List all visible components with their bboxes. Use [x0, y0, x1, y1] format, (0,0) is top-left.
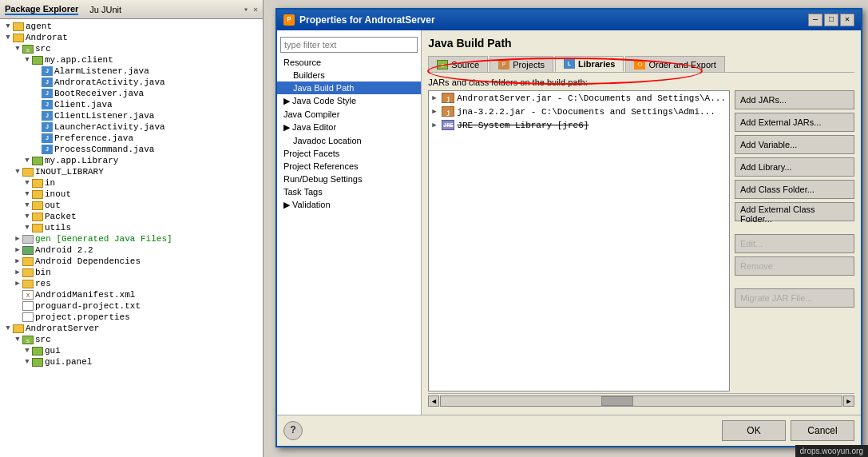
minimize-button[interactable]: —: [808, 14, 822, 26]
expand-icon[interactable]: [32, 111, 42, 121]
remove-button[interactable]: Remove: [735, 256, 854, 276]
ok-button[interactable]: OK: [722, 420, 786, 441]
nav-item-java-compiler[interactable]: Java Compiler: [277, 108, 421, 121]
close-button[interactable]: ✕: [840, 14, 854, 26]
expand-icon[interactable]: [32, 133, 42, 143]
expand-icon[interactable]: ▶: [432, 121, 442, 129]
nav-item-project-facets[interactable]: Project Facets: [277, 147, 421, 160]
expand-icon[interactable]: [32, 145, 42, 154]
list-item[interactable]: ▶ gen [Generated Java Files]: [0, 233, 263, 244]
list-item[interactable]: ▶ res: [0, 278, 263, 289]
list-item[interactable]: ▶ Android Dependencies: [0, 256, 263, 267]
expand-icon[interactable]: ▼: [22, 201, 32, 210]
list-item[interactable]: ▼ my.app.Library: [0, 155, 263, 166]
expand-icon[interactable]: [32, 100, 42, 109]
list-item[interactable]: J Client.java: [0, 99, 263, 110]
list-item[interactable]: J BootReceiver.java: [0, 88, 263, 99]
help-button[interactable]: ?: [283, 421, 303, 440]
expand-icon[interactable]: ▶: [13, 256, 22, 266]
expand-icon[interactable]: ▼: [22, 156, 32, 165]
expand-icon[interactable]: ▼: [22, 189, 32, 199]
list-item[interactable]: proguard-project.txt: [0, 300, 263, 312]
add-jars-button[interactable]: Add JARs...: [735, 90, 854, 109]
list-item[interactable]: ▼ utils: [0, 222, 263, 233]
expand-icon[interactable]: [13, 290, 22, 300]
list-item[interactable]: ▶ JRE JRE System Library [jre6]: [429, 118, 729, 132]
expand-icon[interactable]: ▼: [22, 212, 32, 221]
nav-item-builders[interactable]: Builders: [277, 69, 421, 81]
tab-source[interactable]: s Source: [428, 56, 488, 72]
expand-icon[interactable]: [13, 301, 22, 311]
expand-icon[interactable]: ▼: [3, 22, 13, 31]
expand-icon[interactable]: ▼: [13, 44, 22, 54]
libraries-list[interactable]: ▶ j AndroratServer.jar - C:\Documents an…: [428, 90, 730, 391]
nav-item-run-debug[interactable]: Run/Debug Settings: [277, 173, 421, 185]
tab-order-export[interactable]: O Order and Export: [625, 56, 724, 72]
list-item[interactable]: ▼ my.app.client: [0, 54, 263, 66]
list-item[interactable]: J ProcessCommand.java: [0, 144, 263, 155]
list-item[interactable]: ▶ j jna-3.2.2.jar - C:\Documents and Set…: [429, 105, 729, 118]
expand-icon[interactable]: ▼: [22, 55, 32, 65]
filter-input[interactable]: [280, 37, 418, 53]
nav-item-java-build-path[interactable]: Java Build Path: [277, 81, 421, 94]
expand-icon[interactable]: ▶: [432, 93, 442, 102]
nav-item-java-code-style[interactable]: ▶ Java Code Style: [277, 94, 421, 108]
expand-icon[interactable]: [32, 77, 42, 87]
nav-item-validation[interactable]: ▶ Validation: [277, 198, 421, 212]
scrollbar-thumb[interactable]: [601, 396, 633, 406]
tab-libraries[interactable]: L Libraries: [555, 56, 624, 72]
list-item[interactable]: J ClientListener.java: [0, 110, 263, 121]
nav-item-task-tags[interactable]: Task Tags: [277, 185, 421, 198]
add-library-button[interactable]: Add Library...: [735, 157, 854, 177]
nav-item-javadoc[interactable]: Javadoc Location: [277, 134, 421, 147]
list-item[interactable]: ▼ gui: [0, 345, 263, 356]
list-item[interactable]: ▼ s src: [0, 334, 263, 345]
list-item[interactable]: ▼ in: [0, 177, 263, 189]
add-external-jars-button[interactable]: Add External JARs...: [735, 113, 854, 132]
list-item[interactable]: project.properties: [0, 312, 263, 323]
list-item[interactable]: ▼ AndroratServer: [0, 323, 263, 334]
list-item[interactable]: J Preference.java: [0, 133, 263, 144]
tab-projects[interactable]: P Projects: [489, 56, 553, 72]
list-item[interactable]: ▶ bin: [0, 267, 263, 278]
expand-icon[interactable]: ▼: [3, 324, 13, 333]
expand-icon[interactable]: ▼: [22, 178, 32, 188]
tab-package-explorer[interactable]: Package Explorer: [5, 4, 78, 15]
expand-icon[interactable]: [32, 89, 42, 98]
nav-item-project-refs[interactable]: Project References: [277, 160, 421, 173]
add-variable-button[interactable]: Add Variable...: [735, 135, 854, 154]
list-item[interactable]: J AndroratActivity.java: [0, 77, 263, 88]
add-external-class-folder-button[interactable]: Add External Class Folder...: [735, 202, 854, 221]
cancel-button[interactable]: Cancel: [791, 420, 854, 441]
list-item[interactable]: ▼ s src: [0, 43, 263, 54]
expand-icon[interactable]: [32, 66, 42, 76]
maximize-button[interactable]: □: [824, 14, 838, 26]
list-item[interactable]: J LauncherActivity.java: [0, 121, 263, 133]
expand-icon[interactable]: ▶: [13, 234, 22, 244]
scroll-left-button[interactable]: ◀: [428, 395, 439, 407]
horizontal-scrollbar[interactable]: [440, 395, 842, 407]
expand-icon[interactable]: [32, 122, 42, 132]
list-item[interactable]: J AlarmListener.java: [0, 66, 263, 77]
nav-item-resource[interactable]: Resource: [277, 56, 421, 69]
expand-icon[interactable]: ▼: [22, 223, 32, 232]
expand-icon[interactable]: ▼: [13, 335, 22, 344]
list-item[interactable]: ▼ Packet: [0, 211, 263, 222]
list-item[interactable]: ▶ j AndroratServer.jar - C:\Documents an…: [429, 91, 729, 105]
migrate-jar-button[interactable]: Migrate JAR File...: [735, 288, 854, 308]
tab-junit[interactable]: Ju JUnit: [89, 5, 121, 14]
list-item[interactable]: ▼ inout: [0, 189, 263, 200]
expand-icon[interactable]: ▶: [13, 279, 22, 288]
list-item[interactable]: ▼ out: [0, 200, 263, 211]
expand-icon[interactable]: ▼: [13, 167, 22, 177]
expand-icon[interactable]: ▼: [22, 346, 32, 356]
list-item[interactable]: X AndroidManifest.xml: [0, 289, 263, 300]
list-item[interactable]: ▶ Android 2.2: [0, 244, 263, 256]
list-item[interactable]: ▼ INOUT_LIBRARY: [0, 166, 263, 177]
add-class-folder-button[interactable]: Add Class Folder...: [735, 180, 854, 199]
expand-icon[interactable]: ▼: [22, 357, 32, 367]
edit-button[interactable]: Edit...: [735, 234, 854, 253]
nav-item-java-editor[interactable]: ▶ Java Editor: [277, 121, 421, 134]
expand-icon[interactable]: [13, 312, 22, 322]
list-item[interactable]: ▼ Androrat: [0, 32, 263, 43]
